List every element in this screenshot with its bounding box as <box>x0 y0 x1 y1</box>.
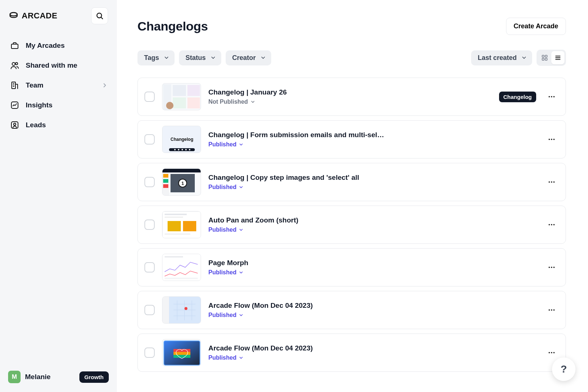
sidebar-item-label: Leads <box>26 121 46 129</box>
row-info: Arcade Flow (Mon Dec 04 2023)Published <box>208 302 538 318</box>
sidebar: ARCADE My Arcades Sh <box>0 0 117 392</box>
sort-label: Last created <box>478 54 517 62</box>
sidebar-item-shared[interactable]: Shared with me <box>7 57 110 74</box>
status-select[interactable]: Published <box>208 184 538 190</box>
status-label: Published <box>208 141 236 148</box>
sidebar-item-leads[interactable]: Leads <box>7 116 110 134</box>
row-info: Changelog | January 26Not Published <box>208 88 492 105</box>
help-button[interactable]: ? <box>552 357 576 381</box>
status-label: Published <box>208 354 236 361</box>
chevron-down-icon <box>250 99 255 104</box>
arcade-row[interactable]: ChangelogChangelog | Form submission ema… <box>137 120 566 158</box>
row-thumbnail[interactable]: 1 <box>162 168 201 196</box>
filter-creator[interactable]: Creator <box>226 50 271 65</box>
status-label: Published <box>208 227 236 233</box>
sidebar-item-insights[interactable]: Insights <box>7 96 110 114</box>
row-title: Arcade Flow (Mon Dec 04 2023) <box>208 344 538 352</box>
status-select[interactable]: Not Published <box>208 99 492 105</box>
more-icon <box>548 221 556 229</box>
svg-point-31 <box>551 139 552 140</box>
status-select[interactable]: Published <box>208 354 538 361</box>
row-more-button[interactable] <box>545 175 558 189</box>
svg-point-59 <box>551 267 552 268</box>
row-thumbnail[interactable] <box>162 254 201 281</box>
logo[interactable]: ARCADE <box>9 11 57 21</box>
svg-rect-51 <box>165 234 190 235</box>
row-title: Changelog | January 26 <box>208 88 492 96</box>
row-checkbox[interactable] <box>144 134 155 145</box>
filter-label: Creator <box>232 54 256 62</box>
svg-rect-11 <box>542 58 544 60</box>
svg-point-52 <box>549 224 550 225</box>
user-profile[interactable]: M Melanie <box>8 371 51 383</box>
row-checkbox[interactable] <box>144 348 155 358</box>
plan-badge[interactable]: Growth <box>79 371 109 383</box>
svg-point-19 <box>549 96 550 97</box>
row-checkbox[interactable] <box>144 305 155 315</box>
search-button[interactable] <box>91 7 108 24</box>
sidebar-item-label: My Arcades <box>26 42 65 50</box>
row-more-button[interactable] <box>545 303 558 317</box>
row-thumbnail[interactable] <box>162 83 201 110</box>
chevron-down-icon <box>239 355 244 360</box>
row-tag-badge[interactable]: Changelog <box>499 92 537 102</box>
grid-view-button[interactable] <box>538 51 551 64</box>
create-arcade-button[interactable]: Create Arcade <box>506 18 566 35</box>
status-label: Published <box>208 184 236 190</box>
row-more-button[interactable] <box>545 133 558 146</box>
status-select[interactable]: Published <box>208 227 538 233</box>
row-title: Arcade Flow (Mon Dec 04 2023) <box>208 302 538 310</box>
svg-rect-33 <box>162 169 201 172</box>
status-select[interactable]: Published <box>208 269 538 276</box>
row-checkbox[interactable] <box>144 262 155 272</box>
main: Changelogs Create Arcade Tags Status Cre… <box>117 0 588 392</box>
row-checkbox[interactable] <box>144 220 155 230</box>
svg-point-58 <box>549 267 550 268</box>
arcade-row[interactable]: Page MorphPublished <box>137 248 566 286</box>
row-info: Auto Pan and Zoom (short)Published <box>208 216 538 233</box>
row-title: Auto Pan and Zoom (short) <box>208 216 538 224</box>
svg-rect-16 <box>173 97 186 108</box>
svg-point-21 <box>553 96 555 97</box>
svg-rect-55 <box>162 254 201 281</box>
arcade-row[interactable]: Changelog | January 26Not PublishedChang… <box>137 78 566 116</box>
arcade-row[interactable]: 1Changelog | Copy step images and 'selec… <box>137 163 566 201</box>
svg-rect-10 <box>545 55 547 57</box>
list-view-button[interactable] <box>551 51 564 64</box>
row-thumbnail[interactable]: Changelog <box>162 126 201 153</box>
row-thumbnail[interactable] <box>162 211 201 238</box>
status-select[interactable]: Published <box>208 312 538 318</box>
contact-icon <box>10 121 20 129</box>
svg-point-20 <box>551 96 552 97</box>
svg-point-64 <box>549 309 550 311</box>
users-icon <box>10 61 20 70</box>
row-checkbox[interactable] <box>144 177 155 187</box>
row-more-button[interactable] <box>545 218 558 231</box>
filter-tags[interactable]: Tags <box>137 50 175 65</box>
more-icon <box>548 178 556 186</box>
status-label: Published <box>208 312 236 318</box>
svg-point-73 <box>553 352 555 353</box>
row-thumbnail[interactable] <box>162 339 201 366</box>
sidebar-item-my-arcades[interactable]: My Arcades <box>7 37 110 54</box>
arcade-row[interactable]: Arcade Flow (Mon Dec 04 2023)Published <box>137 334 566 372</box>
svg-rect-61 <box>162 297 169 324</box>
filter-status[interactable]: Status <box>179 50 221 65</box>
row-more-button[interactable] <box>545 346 558 359</box>
row-more-button[interactable] <box>545 90 558 103</box>
arcade-row[interactable]: Auto Pan and Zoom (short)Published <box>137 206 566 244</box>
sidebar-item-team[interactable]: Team <box>7 76 110 94</box>
briefcase-icon <box>10 41 20 50</box>
sort-select[interactable]: Last created <box>471 50 532 65</box>
svg-text:1: 1 <box>181 181 184 186</box>
status-select[interactable]: Published <box>208 141 538 148</box>
svg-point-27 <box>182 149 183 150</box>
view-toggle <box>537 50 566 66</box>
arcade-row[interactable]: Arcade Flow (Mon Dec 04 2023)Published <box>137 291 566 329</box>
svg-point-8 <box>14 123 16 125</box>
row-more-button[interactable] <box>545 261 558 274</box>
chevron-down-icon <box>210 55 216 61</box>
row-thumbnail[interactable] <box>162 296 201 324</box>
row-checkbox[interactable] <box>144 92 155 102</box>
svg-rect-42 <box>196 174 201 192</box>
